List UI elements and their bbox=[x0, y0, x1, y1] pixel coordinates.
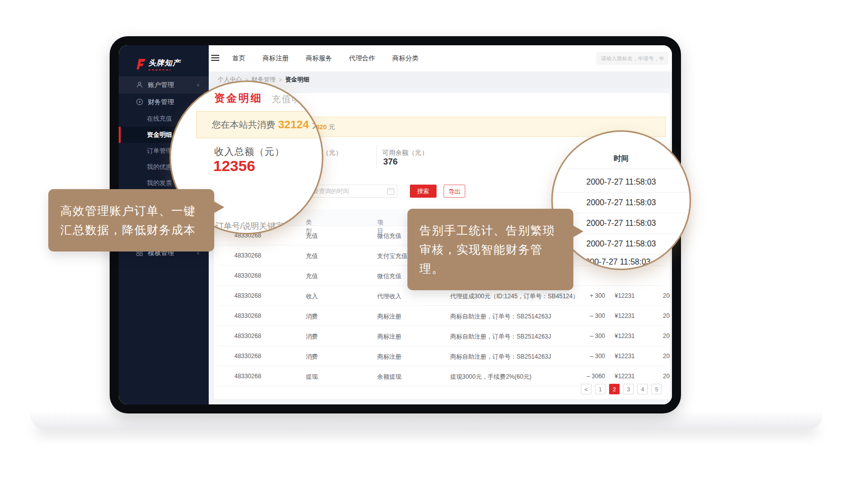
cell-project: 微信充值 bbox=[377, 232, 401, 240]
sidebar-group-label: 财务管理 bbox=[148, 98, 174, 107]
available-balance-value: 376 bbox=[383, 157, 397, 167]
cell-type: 充值 bbox=[306, 252, 318, 261]
cell-type: 提现 bbox=[306, 373, 318, 381]
cell-amount: – 300 bbox=[561, 332, 605, 340]
magnified-active-tab: 资金明细 bbox=[214, 91, 263, 105]
cell-order: 48330268 bbox=[234, 292, 261, 299]
cell-type: 收入 bbox=[306, 292, 318, 301]
cell-amount: – 300 bbox=[561, 353, 605, 360]
cell-time: 2000-7-27 11:58:03 bbox=[663, 292, 670, 299]
user-icon bbox=[136, 81, 144, 89]
pagination-page-3[interactable]: 3 bbox=[623, 384, 634, 394]
svg-text:¥: ¥ bbox=[138, 100, 141, 104]
pagination-prev[interactable]: < bbox=[581, 384, 591, 394]
brand-logo-icon bbox=[135, 58, 146, 72]
cell-desc: 商标自助注册，订单号：SB2514263J bbox=[450, 353, 551, 361]
cell-balance: ¥12231 bbox=[610, 373, 635, 380]
magnified-notice-bar: 您在本站共消费 32124 元 bbox=[196, 111, 323, 138]
sidebar-group-label: 账户管理 bbox=[148, 80, 174, 90]
search-input[interactable] bbox=[596, 52, 668, 64]
table-row-4: 48330268消费商标注册商标自助注册，订单号：SB2514263J– 300… bbox=[218, 306, 666, 326]
table-row-6: 48330268消费商标注册商标自助注册，订单号：SB2514263J– 300… bbox=[218, 346, 666, 366]
caret-down-icon[interactable]: ∨ bbox=[307, 218, 310, 223]
cell-amount: – 300 bbox=[561, 312, 605, 319]
cell-project: 余额提现 bbox=[377, 373, 401, 381]
cell-time: 2000-7-27 11:58:03 bbox=[663, 353, 670, 360]
cell-type: 充值 bbox=[306, 232, 318, 240]
pagination-page-5[interactable]: 5 bbox=[651, 384, 662, 394]
cell-order: 48330268 bbox=[234, 252, 261, 259]
sidebar-group-0[interactable]: 账户管理∨ bbox=[119, 76, 209, 94]
search-button[interactable]: 搜索 bbox=[410, 185, 437, 198]
notice-amount-tail: 820 元 bbox=[316, 123, 335, 132]
laptop-base bbox=[30, 412, 823, 430]
menu-icon[interactable] bbox=[211, 55, 219, 61]
cell-project: 商标注册 bbox=[377, 312, 401, 321]
cell-type: 充值 bbox=[306, 272, 318, 281]
pagination: <12345 bbox=[581, 384, 662, 394]
cell-project: 商标注册 bbox=[377, 353, 401, 361]
cell-desc: 提现3000元，手续费2%(60元) bbox=[450, 373, 531, 381]
table-row-5: 48330268消费商标注册商标自助注册，订单号：SB2514263J– 300… bbox=[218, 326, 666, 346]
magnified-income-value: 12356 bbox=[213, 157, 255, 175]
callout-left-text: 高效管理账户订单、一键汇总数据，降低财务成本 bbox=[60, 204, 196, 236]
canvas: 头牌知产 账户管理∨¥财务管理∧在线充值资金明细订单管理我的优惠券我的发票模板管… bbox=[0, 0, 853, 504]
cell-desc: 商标自助注册，订单号：SB2514263J bbox=[450, 312, 551, 321]
topnav-item-1[interactable]: 商标注册 bbox=[263, 54, 289, 63]
breadcrumb-bar: 个人中心>财务管理>资金明细 bbox=[209, 71, 672, 88]
cell-desc: 商标自助注册，订单号：SB2514263J bbox=[450, 332, 551, 341]
magnified-income-label: 收入总额（元） bbox=[214, 145, 285, 158]
chevron-icon: ∨ bbox=[196, 82, 200, 88]
cell-order: 48330268 bbox=[234, 312, 261, 319]
pagination-page-1[interactable]: 1 bbox=[595, 384, 606, 394]
callout-right-text: 告别手工统计、告别繁琐审核，实现智能财务管理。 bbox=[419, 224, 555, 275]
cell-order: 48330268 bbox=[234, 373, 261, 380]
cell-time: 2000-7-27 11:58:03 bbox=[663, 373, 670, 380]
callout-arrow-icon bbox=[214, 201, 224, 213]
cell-balance: ¥12231 bbox=[610, 312, 635, 319]
cell-type: 消费 bbox=[306, 332, 318, 341]
topnav-item-4[interactable]: 商标分类 bbox=[392, 54, 418, 63]
cell-amount: – 3060 bbox=[561, 373, 605, 380]
export-button[interactable]: 导出 bbox=[444, 185, 465, 198]
calendar-icon[interactable] bbox=[387, 188, 394, 195]
cell-type: 消费 bbox=[306, 353, 318, 361]
brand-logo: 头牌知产 bbox=[135, 58, 181, 72]
divider bbox=[567, 169, 687, 169]
breadcrumb-separator: > bbox=[279, 76, 282, 83]
pagination-page-2[interactable]: 2 bbox=[609, 384, 620, 394]
cell-type: 消费 bbox=[306, 312, 318, 321]
cell-balance: ¥12231 bbox=[610, 292, 635, 299]
cell-project: 商标注册 bbox=[377, 332, 401, 341]
cell-project: 代理收入 bbox=[377, 292, 401, 301]
available-balance-label: 可用余额（元） bbox=[382, 148, 428, 157]
callout-right: 告别手工统计、告别繁琐审核，实现智能财务管理。 bbox=[407, 209, 573, 290]
cell-time: 2000-7-27 11:58:03 bbox=[663, 332, 670, 340]
magnified-time-header: 时间 bbox=[553, 154, 690, 163]
cell-project: 微信充值 bbox=[377, 272, 401, 281]
cell-amount: + 300 bbox=[561, 292, 605, 299]
topnav-item-0[interactable]: 首页 bbox=[232, 54, 245, 63]
cell-project: 支付宝充值 bbox=[377, 252, 407, 261]
top-navigation: 首页商标注册商标服务代理合作商标分类 bbox=[232, 45, 418, 71]
cell-balance: ¥12231 bbox=[610, 332, 635, 340]
callout-left: 高效管理账户订单、一键汇总数据，降低财务成本 bbox=[48, 189, 214, 251]
cell-order: 48330268 bbox=[234, 272, 261, 279]
cell-order: 48330268 bbox=[234, 353, 261, 360]
cell-order: 48330268 bbox=[234, 332, 261, 340]
magnified-time-1: 2000-7-27 11:58:03 bbox=[553, 193, 690, 213]
table-row-7: 48330268提现余额提现提现3000元，手续费2%(60元)– 3060¥1… bbox=[218, 366, 666, 386]
pagination-page-4[interactable]: 4 bbox=[637, 384, 648, 394]
cell-balance: ¥12231 bbox=[610, 353, 635, 360]
finance-icon: ¥ bbox=[136, 98, 144, 106]
caret-down-icon[interactable]: ∨ bbox=[379, 218, 382, 223]
topnav-item-2[interactable]: 商标服务 bbox=[306, 54, 332, 63]
magnified-time-0: 2000-7-27 11:58:03 bbox=[553, 172, 690, 193]
breadcrumb-item-2[interactable]: 资金明细 bbox=[285, 75, 309, 84]
topnav-item-3[interactable]: 代理合作 bbox=[349, 54, 375, 63]
brand-name: 头牌知产 bbox=[148, 58, 181, 67]
stats-divider bbox=[376, 145, 377, 168]
cell-desc: 代理提成300元（ID:1245，订单号：SB45124） bbox=[450, 292, 578, 301]
brand-tagline-decoration bbox=[148, 69, 170, 70]
callout-arrow-icon bbox=[573, 225, 583, 237]
